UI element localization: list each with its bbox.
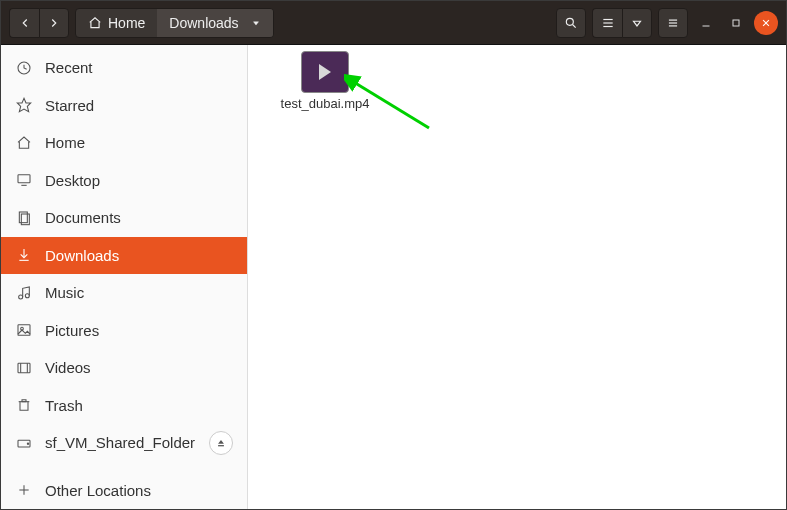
sidebar-item-label: Videos — [45, 359, 91, 376]
svg-marker-15 — [17, 99, 30, 112]
nav-buttons — [9, 8, 69, 38]
close-button[interactable] — [754, 11, 778, 35]
svg-rect-31 — [218, 445, 224, 446]
list-view-button[interactable] — [592, 8, 622, 38]
sidebar-item-label: Documents — [45, 209, 121, 226]
path-home-label: Home — [108, 15, 145, 31]
sidebar-item-pictures[interactable]: Pictures — [1, 312, 247, 350]
hamburger-menu-button[interactable] — [658, 8, 688, 38]
svg-marker-0 — [253, 21, 258, 24]
home-icon — [15, 134, 33, 152]
clock-icon — [15, 59, 33, 77]
path-segment-current[interactable]: Downloads — [157, 9, 272, 37]
maximize-button[interactable] — [724, 11, 748, 35]
sidebar-item-label: Trash — [45, 397, 83, 414]
trash-icon — [15, 396, 33, 414]
titlebar: Home Downloads — [1, 1, 786, 45]
search-icon — [564, 16, 578, 30]
sidebar-item-label: Pictures — [45, 322, 99, 339]
sidebar-item-label: Recent — [45, 59, 93, 76]
sidebar-item-videos[interactable]: Videos — [1, 349, 247, 387]
svg-point-21 — [19, 295, 23, 299]
svg-rect-23 — [18, 325, 30, 336]
svg-rect-25 — [18, 363, 30, 372]
drive-icon — [15, 434, 33, 452]
view-options-button[interactable] — [622, 8, 652, 38]
back-button[interactable] — [9, 8, 39, 38]
minimize-icon — [700, 17, 712, 29]
chevron-down-icon — [251, 18, 261, 28]
home-icon — [88, 16, 102, 30]
video-thumbnail — [301, 51, 349, 93]
video-icon — [15, 359, 33, 377]
plus-icon — [15, 481, 33, 499]
path-segment-home[interactable]: Home — [76, 9, 157, 37]
chevron-down-icon — [630, 16, 644, 30]
sidebar-item-trash[interactable]: Trash — [1, 387, 247, 425]
download-icon — [15, 246, 33, 264]
file-view[interactable]: test_dubai.mp4 .arrow-annot{left:96px; t… — [248, 45, 786, 509]
view-buttons — [592, 8, 652, 38]
svg-point-1 — [566, 18, 573, 25]
sidebar-item-home[interactable]: Home — [1, 124, 247, 162]
file-item[interactable]: test_dubai.mp4 — [280, 51, 370, 112]
svg-point-22 — [25, 294, 29, 298]
sidebar-item-documents[interactable]: Documents — [1, 199, 247, 237]
sidebar-item-label: Other Locations — [45, 482, 151, 499]
path-bar: Home Downloads — [75, 8, 274, 38]
svg-rect-11 — [733, 20, 739, 26]
file-name: test_dubai.mp4 — [281, 97, 370, 112]
picture-icon — [15, 321, 33, 339]
chevron-left-icon — [18, 16, 32, 30]
documents-icon — [15, 209, 33, 227]
desktop-icon — [15, 171, 33, 189]
sidebar-item-music[interactable]: Music — [1, 274, 247, 312]
sidebar-item-shared-folder[interactable]: sf_VM_Shared_Folder — [1, 424, 247, 462]
sidebar-item-label: Desktop — [45, 172, 100, 189]
maximize-icon — [730, 17, 742, 29]
sidebar-item-downloads[interactable]: Downloads — [1, 237, 247, 275]
sidebar-item-label: Music — [45, 284, 84, 301]
music-icon — [15, 284, 33, 302]
svg-rect-16 — [18, 175, 30, 183]
sidebar-item-label: Downloads — [45, 247, 119, 264]
svg-marker-6 — [634, 21, 641, 26]
chevron-right-icon — [47, 16, 61, 30]
play-icon — [319, 64, 331, 80]
eject-icon — [216, 438, 226, 448]
sidebar-item-other-locations[interactable]: Other Locations — [1, 472, 247, 509]
svg-marker-30 — [218, 440, 224, 444]
sidebar-item-recent[interactable]: Recent — [1, 49, 247, 87]
sidebar-item-label: Home — [45, 134, 85, 151]
minimize-button[interactable] — [694, 11, 718, 35]
sidebar: Recent Starred Home Desktop Documents Do… — [1, 45, 248, 509]
search-button[interactable] — [556, 8, 586, 38]
close-icon — [761, 18, 771, 28]
forward-button[interactable] — [39, 8, 69, 38]
body: Recent Starred Home Desktop Documents Do… — [1, 45, 786, 509]
sidebar-item-label: sf_VM_Shared_Folder — [45, 434, 195, 451]
path-current-label: Downloads — [169, 15, 238, 31]
sidebar-item-label: Starred — [45, 97, 94, 114]
file-manager-window: Home Downloads — [0, 0, 787, 510]
hamburger-icon — [666, 16, 680, 30]
sidebar-item-starred[interactable]: Starred — [1, 87, 247, 125]
svg-point-29 — [27, 443, 28, 444]
eject-button[interactable] — [209, 431, 233, 455]
list-icon — [601, 16, 615, 30]
sidebar-item-desktop[interactable]: Desktop — [1, 162, 247, 200]
svg-line-2 — [573, 24, 576, 27]
star-icon — [15, 96, 33, 114]
